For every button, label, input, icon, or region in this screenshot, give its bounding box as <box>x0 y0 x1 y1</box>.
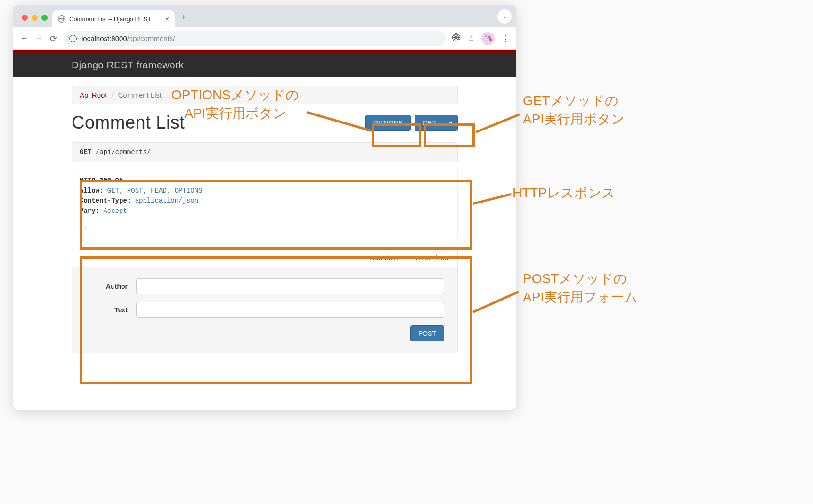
anno-label-response: HTTPレスポンス <box>512 184 615 202</box>
response-header-vary: Vary: Accept <box>80 206 450 217</box>
anno-label-get: GETメソッドの API実行用ボタン <box>523 91 625 128</box>
post-form-panel: Raw data HTML form Author Text POST <box>72 249 458 353</box>
browser-toolbar: ← → ⟳ i localhost:8000/api/comments/ 🌐︎ … <box>13 27 516 50</box>
request-method: GET <box>80 148 91 156</box>
browser-tab[interactable]: Comment List – Django REST × <box>52 10 175 27</box>
tab-html-form[interactable]: HTML form <box>407 249 457 267</box>
close-window-icon[interactable] <box>22 15 28 21</box>
globe-icon <box>58 15 65 23</box>
breadcrumb-active: Comment List <box>118 91 162 99</box>
forward-icon[interactable]: → <box>35 33 43 43</box>
site-info-icon[interactable]: i <box>69 35 77 42</box>
maximize-window-icon[interactable] <box>41 15 48 21</box>
breadcrumb-root[interactable]: Api Root <box>80 91 107 99</box>
request-path: /api/comments/ <box>96 148 151 156</box>
text-label: Text <box>85 306 128 314</box>
response-header-allow: Allow: GET, POST, HEAD, OPTIONS <box>80 186 450 196</box>
breadcrumb-sep: / <box>112 91 114 99</box>
browser-window: Comment List – Django REST × + ⌄ ← → ⟳ i… <box>13 5 516 410</box>
drf-navbar: Django REST framework <box>13 53 516 77</box>
form-tabs: Raw data HTML form <box>72 249 457 267</box>
new-tab-button[interactable]: + <box>175 13 193 27</box>
options-button[interactable]: OPTIONS <box>365 115 411 131</box>
response-body: [] <box>80 223 450 234</box>
tab-title: Comment List – Django REST <box>69 16 162 23</box>
bookmark-icon[interactable]: ☆ <box>467 33 475 44</box>
minimize-window-icon[interactable] <box>32 15 38 21</box>
anno-label-options: OPTIONSメソッドの API実行用ボタン <box>171 86 299 122</box>
reload-icon[interactable]: ⟳ <box>50 33 57 44</box>
brand-title[interactable]: Django REST framework <box>72 59 184 71</box>
text-input[interactable] <box>136 302 444 318</box>
tab-raw-data[interactable]: Raw data <box>361 249 406 267</box>
chevron-down-icon <box>449 122 453 124</box>
profile-avatar[interactable]: 🦄 <box>481 32 495 45</box>
translate-icon[interactable]: 🌐︎ <box>452 33 461 43</box>
browser-menu-icon[interactable]: ⋮ <box>501 33 510 44</box>
response-box: HTTP 200 OK Allow: GET, POST, HEAD, OPTI… <box>72 169 458 240</box>
request-line: GET /api/comments/ <box>72 142 458 162</box>
tab-dropdown-icon[interactable]: ⌄ <box>497 9 512 24</box>
post-button[interactable]: POST <box>410 325 444 341</box>
response-status: HTTP 200 OK <box>80 176 450 186</box>
get-button-group: GET <box>415 115 458 131</box>
url-text: localhost:8000/api/comments/ <box>81 34 175 42</box>
close-tab-icon[interactable]: × <box>165 15 169 23</box>
get-dropdown-button[interactable] <box>444 115 458 131</box>
address-bar[interactable]: i localhost:8000/api/comments/ <box>64 31 446 46</box>
anno-label-post: POSTメソッドの API実行用フォーム <box>523 269 638 306</box>
browser-tab-bar: Comment List – Django REST × + ⌄ <box>13 5 516 27</box>
back-icon[interactable]: ← <box>20 33 28 43</box>
author-label: Author <box>85 283 128 290</box>
window-controls <box>19 15 52 27</box>
author-input[interactable] <box>136 278 444 294</box>
response-header-content-type: Content-Type: application/json <box>80 196 450 206</box>
get-button[interactable]: GET <box>415 115 444 131</box>
page-title: Comment List <box>72 113 185 133</box>
